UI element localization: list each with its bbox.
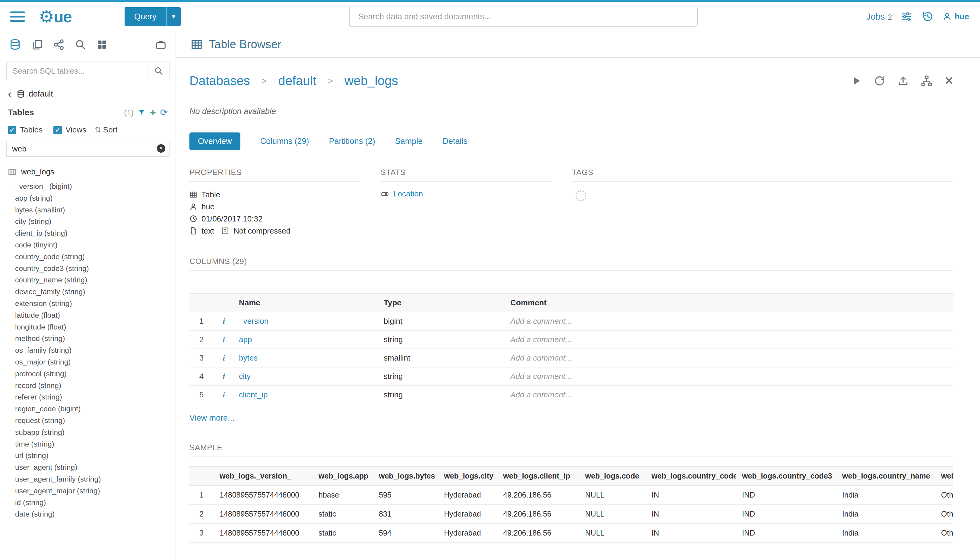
column-list-item[interactable]: bytes (smallint) <box>15 204 176 216</box>
sample-col-header[interactable]: web_logs._version_ <box>213 467 313 485</box>
table-list-item[interactable]: web_logs <box>0 167 176 177</box>
lineage-sitemap-icon[interactable] <box>921 75 932 87</box>
query-play-icon[interactable] <box>851 75 862 86</box>
column-list-item[interactable]: user_agent (string) <box>15 462 176 473</box>
column-list-item[interactable]: time (string) <box>15 438 176 450</box>
refresh-icon[interactable] <box>874 75 885 87</box>
column-list-item[interactable]: extension (string) <box>15 298 176 310</box>
breadcrumb-web-logs[interactable]: web_logs <box>344 73 398 88</box>
column-list-item[interactable]: _version_ (bigint) <box>15 181 176 192</box>
query-button[interactable]: Query <box>125 7 166 26</box>
info-icon[interactable]: i <box>223 335 225 344</box>
column-list-item[interactable]: os_major (string) <box>15 356 176 368</box>
column-list-item[interactable]: city (string) <box>15 216 176 228</box>
database-name[interactable]: default <box>29 89 53 99</box>
views-checkbox[interactable]: ✓ <box>53 126 62 134</box>
column-list-item[interactable]: request (string) <box>15 415 176 427</box>
sample-col-header[interactable]: web_logs.city <box>438 467 497 485</box>
sample-col-header[interactable]: web_logs.code <box>579 467 646 485</box>
sql-table-search-input[interactable] <box>7 62 148 80</box>
breadcrumb-databases[interactable]: Databases <box>190 73 250 88</box>
briefcase-icon[interactable] <box>155 39 166 50</box>
column-list-item[interactable]: url (string) <box>15 450 176 462</box>
column-list-item[interactable]: country_code3 (string) <box>15 263 176 275</box>
view-more-link[interactable]: View more... <box>190 413 235 423</box>
zoom-search-icon[interactable] <box>75 39 86 50</box>
tab[interactable]: Columns (29) <box>260 132 309 150</box>
column-list-item[interactable]: id (string) <box>15 497 176 509</box>
breadcrumb-default[interactable]: default <box>278 73 316 88</box>
sliders-icon[interactable] <box>900 10 913 23</box>
column-name-link[interactable]: bytes <box>234 349 379 367</box>
column-list-item[interactable]: subapp (string) <box>15 427 176 438</box>
documents-icon[interactable] <box>32 39 43 50</box>
info-icon[interactable]: i <box>223 317 225 325</box>
filter-funnel-icon[interactable] <box>138 108 146 117</box>
column-list-item[interactable]: country_name (string) <box>15 274 176 286</box>
sample-col-header[interactable]: web_logs.country_name <box>836 467 935 485</box>
refresh-tables-icon[interactable]: ⟳ <box>160 108 168 117</box>
comment-placeholder[interactable]: Add a comment... <box>506 312 953 330</box>
location-link[interactable]: Location <box>381 189 551 198</box>
column-list-item[interactable]: date (string) <box>15 508 176 520</box>
sort-control[interactable]: ⇅ Sort <box>95 125 117 135</box>
search-icon[interactable] <box>148 62 169 80</box>
col-header-comment[interactable]: Comment <box>506 293 953 312</box>
history-icon[interactable] <box>921 10 935 23</box>
column-list-item[interactable]: latitude (float) <box>15 310 176 321</box>
comment-placeholder[interactable]: Add a comment... <box>506 367 953 386</box>
close-icon[interactable]: ✕ <box>944 75 953 86</box>
clear-filter-icon[interactable]: ✕ <box>157 144 165 153</box>
column-list-item[interactable]: code (tinyint) <box>15 239 176 251</box>
add-table-icon[interactable]: + <box>150 108 156 117</box>
views-checkbox-label[interactable]: Views <box>65 125 86 135</box>
column-list-item[interactable]: os_family (string) <box>15 345 176 356</box>
jobs-link[interactable]: Jobs 2 <box>866 12 892 22</box>
table-description[interactable]: No description available <box>190 107 953 116</box>
sql-databases-icon[interactable] <box>9 38 21 51</box>
column-name-link[interactable]: _version_ <box>234 312 379 330</box>
apps-grid-icon[interactable] <box>97 39 107 50</box>
column-list-item[interactable]: referer (string) <box>15 391 176 403</box>
column-list-item[interactable]: longitude (float) <box>15 321 176 333</box>
col-header-type[interactable]: Type <box>379 293 506 312</box>
sample-col-header[interactable]: web_logs.country_code <box>646 467 736 485</box>
table-filter-input[interactable] <box>6 141 170 157</box>
info-icon[interactable]: i <box>223 353 225 362</box>
column-list-item[interactable]: user_agent_family (string) <box>15 473 176 485</box>
col-header-name[interactable]: Name <box>234 293 379 312</box>
tab[interactable]: Partitions (2) <box>329 132 375 150</box>
upload-icon[interactable] <box>897 75 909 87</box>
info-icon[interactable]: i <box>223 372 225 381</box>
sample-col-header[interactable]: web_logs.client_ip <box>497 467 579 485</box>
global-search-input[interactable] <box>349 7 698 27</box>
cluster-share-icon[interactable] <box>53 39 65 50</box>
column-list-item[interactable]: region_code (bigint) <box>15 403 176 415</box>
column-list-item[interactable]: record (string) <box>15 380 176 392</box>
column-list-item[interactable]: protocol (string) <box>15 368 176 380</box>
column-list-item[interactable]: method (string) <box>15 333 176 345</box>
back-chevron-icon[interactable]: ‹ <box>8 90 12 98</box>
sample-col-header[interactable]: web_logs.bytes <box>373 467 438 485</box>
column-name-link[interactable]: client_ip <box>234 386 379 404</box>
sample-col-header[interactable]: web_logs.device_family <box>935 467 953 485</box>
info-icon[interactable]: i <box>223 390 225 399</box>
comment-placeholder[interactable]: Add a comment... <box>506 349 953 367</box>
sample-col-header[interactable]: web_logs.app <box>313 467 373 485</box>
tab[interactable]: Overview <box>190 132 240 150</box>
column-name-link[interactable]: city <box>234 367 379 386</box>
comment-placeholder[interactable]: Add a comment... <box>506 330 953 349</box>
tables-checkbox[interactable]: ✓ <box>8 126 16 134</box>
comment-placeholder[interactable]: Add a comment... <box>506 386 953 404</box>
column-list-item[interactable]: country_code (string) <box>15 251 176 263</box>
tab[interactable]: Sample <box>395 132 423 150</box>
tab[interactable]: Details <box>443 132 468 150</box>
chevron-down-icon[interactable]: ▾ <box>166 7 181 26</box>
sample-col-header[interactable]: web_logs.country_code3 <box>736 467 836 485</box>
column-list-item[interactable]: device_family (string) <box>15 286 176 298</box>
database-breadcrumb[interactable]: ‹ default <box>8 89 170 99</box>
user-menu[interactable]: hue <box>943 12 969 22</box>
column-list-item[interactable]: user_agent_major (string) <box>15 485 176 497</box>
menu-icon[interactable] <box>6 6 29 27</box>
column-name-link[interactable]: app <box>234 330 379 349</box>
